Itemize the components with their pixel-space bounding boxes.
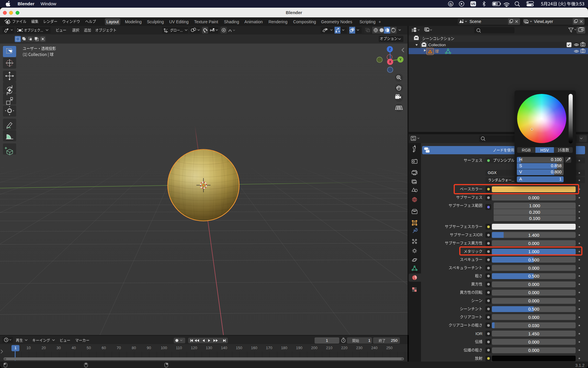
svg-text:Y: Y [399, 58, 402, 61]
svg-text:X: X [389, 60, 391, 64]
svg-text:US: US [471, 2, 475, 6]
svg-text:G: G [450, 2, 452, 6]
svg-text:Z: Z [389, 47, 391, 51]
